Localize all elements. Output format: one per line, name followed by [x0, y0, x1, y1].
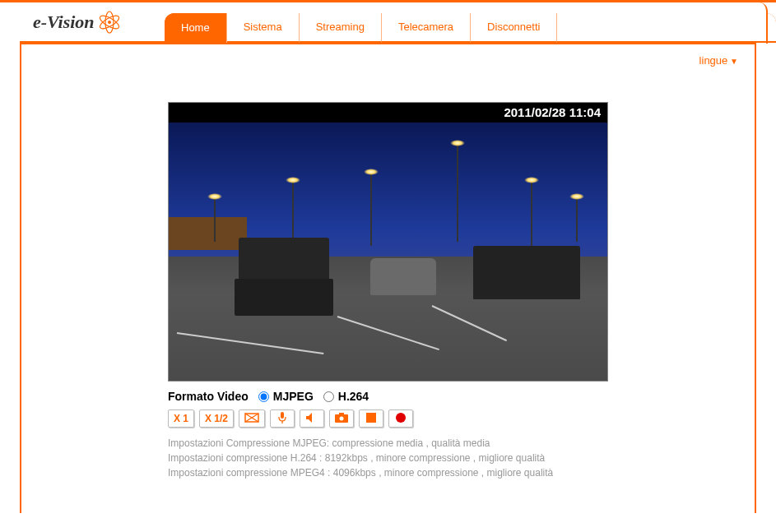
video-timestamp: 2011/02/28 11:04	[169, 103, 607, 123]
nav-sistema[interactable]: Sistema	[227, 13, 300, 43]
info-h264: Impostazioni compressione H.264 : 8192kb…	[168, 451, 608, 465]
logo: e-Vision	[0, 2, 165, 43]
video-viewer: 2011/02/28 11:04	[168, 102, 608, 382]
main-nav: Home Sistema Streaming Telecamera Discon…	[165, 13, 776, 43]
fullscreen-button[interactable]	[239, 409, 265, 428]
radio-h264-label: H.264	[338, 390, 369, 403]
speaker-button[interactable]	[300, 409, 324, 428]
info-mpeg4: Impostazioni compressione MPEG4 : 4096kb…	[168, 465, 608, 480]
radio-mjpeg-label: MJPEG	[273, 390, 314, 403]
radio-h264[interactable]: H.264	[323, 390, 369, 403]
stop-icon	[366, 413, 376, 425]
fullscreen-icon	[244, 413, 259, 425]
radio-mjpeg-input[interactable]	[258, 391, 269, 402]
record-icon	[396, 413, 406, 425]
info-mjpeg: Impostazioni Compressione MJPEG: compres…	[168, 436, 608, 451]
camera-icon	[335, 413, 348, 425]
stop-button[interactable]	[359, 409, 383, 428]
logo-icon	[97, 10, 122, 35]
radio-h264-input[interactable]	[323, 391, 334, 402]
snapshot-button[interactable]	[329, 409, 354, 428]
svg-rect-5	[281, 412, 284, 419]
nav-home[interactable]: Home	[165, 13, 227, 43]
speaker-icon	[306, 413, 318, 425]
record-button[interactable]	[388, 409, 413, 428]
format-label: Formato Video	[168, 390, 249, 403]
nav-streaming[interactable]: Streaming	[300, 13, 382, 43]
svg-point-3	[108, 21, 111, 24]
svg-point-10	[396, 413, 406, 423]
zoom-half-button[interactable]: X 1/2	[199, 409, 234, 428]
zoom-1x-button[interactable]: X 1	[168, 409, 194, 428]
mic-button[interactable]	[270, 409, 295, 428]
language-dropdown[interactable]: lingue	[699, 54, 738, 67]
svg-rect-7	[339, 413, 344, 415]
nav-disconnetti[interactable]: Disconnetti	[471, 13, 557, 43]
svg-rect-9	[366, 413, 376, 423]
svg-point-8	[340, 416, 344, 420]
nav-telecamera[interactable]: Telecamera	[382, 13, 471, 43]
logo-text: e-Vision	[33, 12, 95, 33]
video-feed	[169, 123, 607, 381]
mic-icon	[277, 412, 287, 426]
radio-mjpeg[interactable]: MJPEG	[258, 390, 314, 403]
